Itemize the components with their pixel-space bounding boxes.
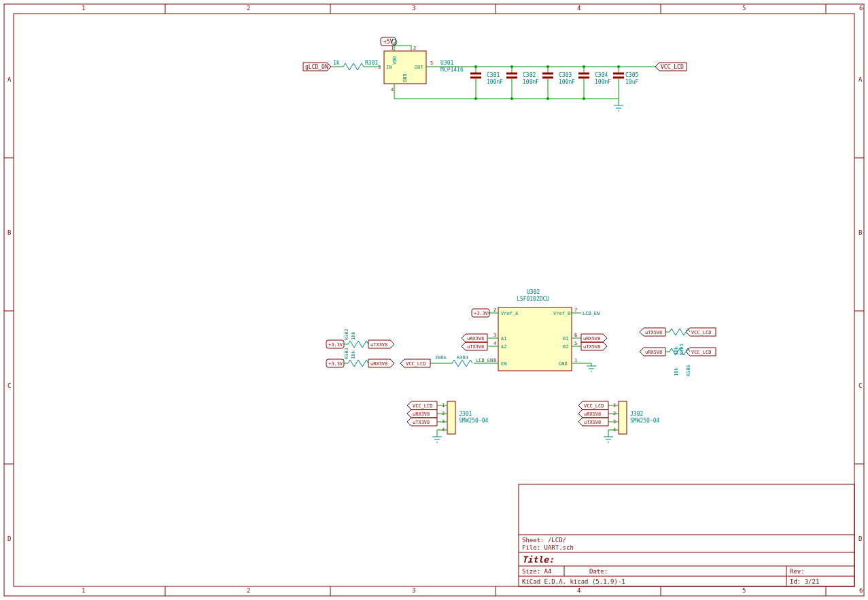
title-block: Sheet: /LCD/ File: UART.sch Title: Size:… bbox=[519, 484, 854, 586]
svg-text:SMW250-04: SMW250-04 bbox=[630, 418, 660, 424]
svg-text:2: 2 bbox=[493, 307, 496, 313]
svg-text:IN: IN bbox=[386, 65, 392, 70]
svg-text:U302: U302 bbox=[527, 289, 540, 295]
svg-text:uRX3V8: uRX3V8 bbox=[370, 361, 387, 367]
svg-text:A1: A1 bbox=[501, 336, 506, 341]
svg-text:SMW250-04: SMW250-04 bbox=[459, 418, 489, 424]
svg-text:VDD: VDD bbox=[392, 56, 398, 65]
svg-text:GND: GND bbox=[559, 361, 568, 367]
svg-text:D: D bbox=[7, 535, 11, 542]
svg-text:GND: GND bbox=[402, 73, 408, 82]
svg-text:R301: R301 bbox=[365, 60, 378, 66]
svg-text:1: 1 bbox=[391, 46, 394, 51]
svg-text:C: C bbox=[858, 382, 862, 389]
svg-text:uTX5V8: uTX5V8 bbox=[645, 330, 662, 335]
svg-text:7: 7 bbox=[574, 307, 577, 313]
svg-text:100nF: 100nF bbox=[487, 79, 503, 85]
svg-text:+3.3V: +3.3V bbox=[328, 361, 343, 367]
svg-text:D: D bbox=[858, 535, 862, 542]
svg-text:C303: C303 bbox=[559, 72, 572, 78]
svg-text:5: 5 bbox=[430, 61, 433, 66]
svg-text:10k: 10k bbox=[351, 350, 356, 359]
cap-row: C301100nF C302100nF C303100nF C304100nF … bbox=[470, 65, 638, 105]
svg-text:J302: J302 bbox=[630, 411, 643, 417]
svg-text:VCC_LCD: VCC_LCD bbox=[413, 403, 433, 409]
svg-point-102 bbox=[546, 97, 549, 100]
svg-text:100nF: 100nF bbox=[595, 79, 611, 85]
svg-text:2: 2 bbox=[413, 46, 416, 51]
svg-text:uRX5V8: uRX5V8 bbox=[645, 350, 662, 355]
svg-text:5: 5 bbox=[742, 5, 746, 12]
svg-text:4: 4 bbox=[391, 87, 394, 93]
svg-rect-190 bbox=[619, 401, 627, 434]
svg-text:J301: J301 bbox=[459, 411, 472, 417]
conn-J301: J301 SMW250-04 1 2 3 4 VCC_LCD uRX3V8 uT… bbox=[407, 401, 489, 442]
svg-text:A2: A2 bbox=[501, 344, 506, 350]
svg-text:2: 2 bbox=[247, 5, 250, 12]
svg-point-86 bbox=[583, 65, 585, 68]
svg-text:R303: R303 bbox=[344, 348, 349, 359]
svg-text:R305: R305 bbox=[679, 344, 684, 355]
svg-text:LSF0102DCU: LSF0102DCU bbox=[517, 296, 549, 302]
svg-text:B: B bbox=[858, 229, 862, 236]
svg-text:VCC_LCD: VCC_LCD bbox=[691, 350, 712, 355]
svg-text:B1: B1 bbox=[563, 336, 568, 341]
svg-rect-172 bbox=[447, 401, 455, 434]
svg-text:File: UART.sch: File: UART.sch bbox=[522, 544, 574, 551]
svg-text:10k: 10k bbox=[674, 367, 679, 376]
svg-point-101 bbox=[510, 97, 513, 100]
svg-text:5: 5 bbox=[574, 341, 577, 346]
svg-text:Title:: Title: bbox=[522, 554, 554, 565]
svg-text:VCC_LCD: VCC_LCD bbox=[584, 403, 604, 409]
svg-text:100nF: 100nF bbox=[559, 79, 575, 85]
svg-text:1: 1 bbox=[82, 587, 85, 594]
svg-text:Id: 3/21: Id: 3/21 bbox=[790, 578, 819, 585]
svg-text:B2: B2 bbox=[563, 344, 568, 350]
svg-text:uTX5V8: uTX5V8 bbox=[584, 420, 601, 425]
svg-text:1: 1 bbox=[82, 5, 85, 12]
svg-text:Sheet: /LCD/: Sheet: /LCD/ bbox=[522, 537, 566, 544]
svg-text:uTX5V8: uTX5V8 bbox=[583, 344, 600, 350]
svg-text:6: 6 bbox=[859, 5, 863, 12]
svg-text:1k: 1k bbox=[333, 60, 340, 66]
svg-text:6: 6 bbox=[859, 587, 863, 594]
svg-text:4: 4 bbox=[493, 341, 496, 346]
svg-text:C305: C305 bbox=[625, 72, 638, 78]
svg-text:Rev:: Rev: bbox=[790, 568, 805, 575]
svg-text:uTX3V8: uTX3V8 bbox=[370, 342, 387, 348]
svg-point-72 bbox=[510, 65, 513, 68]
mid-circuit: U302 LSF0102DCU Vref_A Vref_B A1 A2 B1 B… bbox=[326, 289, 716, 376]
svg-text:uTX3V8: uTX3V8 bbox=[467, 344, 484, 350]
svg-text:Size: A4: Size: A4 bbox=[522, 568, 551, 575]
svg-text:100nF: 100nF bbox=[523, 79, 539, 85]
svg-text:+3.3V: +3.3V bbox=[474, 311, 489, 316]
svg-text:+3.3V: +3.3V bbox=[328, 342, 343, 348]
svg-text:U301: U301 bbox=[440, 60, 453, 66]
svg-text:C302: C302 bbox=[523, 72, 536, 78]
svg-point-100 bbox=[474, 97, 477, 100]
svg-text:3: 3 bbox=[412, 587, 415, 594]
svg-text:MCP1416: MCP1416 bbox=[440, 67, 464, 73]
svg-text:uRX3V8: uRX3V8 bbox=[467, 336, 484, 341]
svg-text:R306: R306 bbox=[686, 365, 691, 376]
svg-text:LCD_EN: LCD_EN bbox=[476, 358, 493, 363]
svg-text:A: A bbox=[7, 76, 12, 83]
svg-text:R302: R302 bbox=[344, 329, 349, 340]
svg-text:VCC_LCD: VCC_LCD bbox=[406, 361, 426, 367]
svg-text:2: 2 bbox=[247, 587, 250, 594]
svg-text:uRX5V8: uRX5V8 bbox=[583, 336, 600, 341]
svg-text:Vref_A: Vref_A bbox=[501, 311, 519, 316]
svg-text:gLCD_ON: gLCD_ON bbox=[305, 64, 328, 70]
svg-text:1: 1 bbox=[574, 358, 577, 363]
svg-text:uRX3V8: uRX3V8 bbox=[413, 412, 430, 417]
svg-text:6: 6 bbox=[574, 333, 577, 338]
svg-text:10k: 10k bbox=[351, 331, 356, 340]
svg-text:KiCad E.D.A.  kicad (5.1.9)-1: KiCad E.D.A. kicad (5.1.9)-1 bbox=[522, 578, 625, 585]
svg-text:10uF: 10uF bbox=[625, 79, 638, 85]
svg-text:uTX3V8: uTX3V8 bbox=[413, 420, 430, 425]
svg-text:4: 4 bbox=[577, 5, 580, 12]
svg-point-65 bbox=[474, 65, 477, 68]
svg-text:OUT: OUT bbox=[415, 65, 423, 70]
svg-text:4: 4 bbox=[577, 587, 580, 594]
svg-text:VCC_LCD: VCC_LCD bbox=[691, 330, 712, 335]
